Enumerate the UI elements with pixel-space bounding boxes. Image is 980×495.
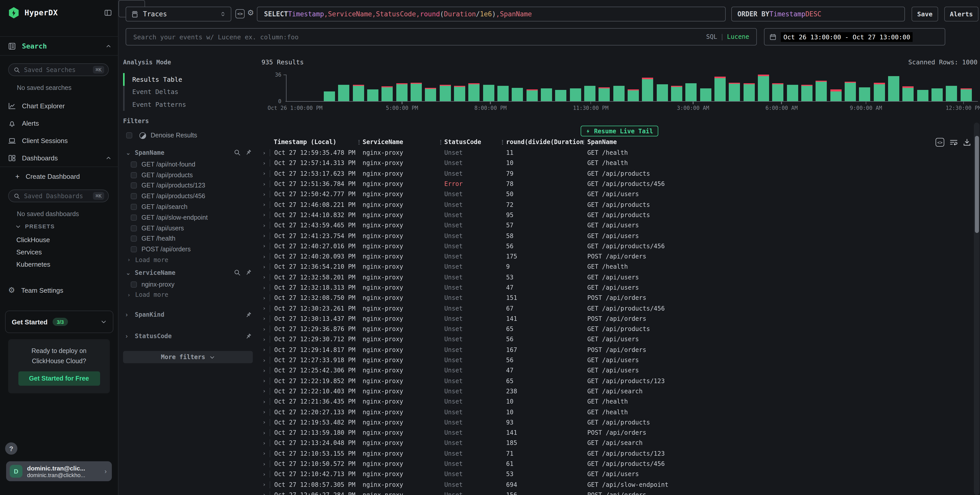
filter-value-row[interactable]: GET /health	[123, 234, 253, 244]
table-row[interactable]: ›Oct 27 12:19:53.482 PMnginx-proxyUnset9…	[261, 417, 965, 428]
load-more-button[interactable]: ›Load more	[123, 290, 253, 300]
sidebar-item-dashboards[interactable]: Dashboards	[0, 150, 118, 166]
row-expand-icon[interactable]: ›	[261, 243, 270, 250]
table-row[interactable]: ›Oct 27 12:21:36.435 PMnginx-proxyUnset1…	[261, 396, 965, 407]
filter-value-row[interactable]: nginx-proxy	[123, 279, 253, 290]
table-row[interactable]: ›Oct 27 12:40:20.093 PMnginx-proxyUnset1…	[261, 251, 965, 262]
analysis-mode-event-patterns[interactable]: Event Patterns	[123, 98, 253, 111]
table-row[interactable]: ›Oct 27 12:51:36.784 PMnginx-proxyError7…	[261, 179, 965, 189]
table-row[interactable]: ›Oct 27 12:10:42.713 PMnginx-proxyUnset5…	[261, 469, 965, 479]
table-row[interactable]: ›Oct 27 12:06:27.284 PMnginx-proxyUnset1…	[261, 490, 965, 495]
row-expand-icon[interactable]: ›	[261, 253, 270, 260]
filter-value-row[interactable]: GET /api/search	[123, 202, 253, 212]
saved-dashboards-input[interactable]: Saved Dashboards ⌘K	[8, 189, 109, 202]
table-row[interactable]: ›Oct 27 12:32:58.201 PMnginx-proxyUnset5…	[261, 272, 965, 282]
row-expand-icon[interactable]: ›	[261, 409, 270, 415]
row-expand-icon[interactable]: ›	[261, 305, 270, 312]
search-icon[interactable]	[234, 149, 240, 156]
gear-icon[interactable]: ⚙	[247, 8, 254, 18]
more-filters-button[interactable]: More filters	[123, 351, 253, 363]
saved-searches-input[interactable]: Saved Searches ⌘K	[8, 63, 109, 76]
filter-group-header-servicename[interactable]: ⌄ServiceName	[123, 266, 253, 279]
table-row[interactable]: ›Oct 27 12:59:35.478 PMnginx-proxyUnset1…	[261, 148, 965, 158]
filter-group-header-spankind[interactable]: ›SpanKind	[123, 308, 253, 322]
row-expand-icon[interactable]: ›	[261, 315, 270, 322]
get-started-accordion[interactable]: Get Started 3/3	[5, 310, 113, 333]
row-expand-icon[interactable]: ›	[261, 326, 270, 332]
table-row[interactable]: ›Oct 27 12:27:33.918 PMnginx-proxyUnset5…	[261, 355, 965, 366]
scrollbar[interactable]	[974, 123, 980, 495]
filter-value-row[interactable]: GET /api/slow-endpoint	[123, 212, 253, 223]
search-icon[interactable]	[234, 269, 240, 276]
column-resize-handle[interactable]	[502, 140, 503, 146]
column-resize-handle[interactable]	[440, 140, 441, 146]
table-row[interactable]: ›Oct 27 12:13:24.048 PMnginx-proxyUnset1…	[261, 438, 965, 449]
filter-value-row[interactable]: GET /api/users	[123, 223, 253, 234]
row-expand-icon[interactable]: ›	[261, 336, 270, 343]
row-expand-icon[interactable]: ›	[261, 201, 270, 208]
table-row[interactable]: ›Oct 27 12:57:14.313 PMnginx-proxyUnset1…	[261, 158, 965, 169]
row-expand-icon[interactable]: ›	[261, 264, 270, 270]
checkbox[interactable]	[131, 282, 137, 288]
column-header[interactable]: Timestamp (Local)	[270, 138, 358, 146]
row-expand-icon[interactable]: ›	[261, 150, 270, 156]
filter-value-row[interactable]: GET /api/products/123	[123, 180, 253, 191]
column-header[interactable]: ServiceName	[358, 138, 440, 146]
row-expand-icon[interactable]: ›	[261, 398, 270, 405]
table-row[interactable]: ›Oct 27 12:20:27.133 PMnginx-proxyUnset1…	[261, 407, 965, 417]
table-row[interactable]: ›Oct 27 12:10:53.155 PMnginx-proxyUnset7…	[261, 448, 965, 459]
checkbox[interactable]	[131, 204, 137, 210]
column-header[interactable]: round(divide(Duration,	[502, 138, 583, 146]
help-button[interactable]: ?	[5, 442, 18, 455]
table-row[interactable]: ›Oct 27 12:36:54.210 PMnginx-proxyUnset9…	[261, 262, 965, 272]
row-expand-icon[interactable]: ›	[261, 347, 270, 353]
row-expand-icon[interactable]: ›	[261, 492, 270, 495]
row-expand-icon[interactable]: ›	[261, 274, 270, 280]
row-expand-icon[interactable]: ›	[261, 388, 270, 395]
preset-kubernetes[interactable]: Kubernetes	[16, 261, 50, 268]
edit-sql-icon[interactable]: <>	[235, 9, 245, 18]
table-row[interactable]: ›Oct 27 12:30:23.261 PMnginx-proxyUnset6…	[261, 303, 965, 314]
checkbox[interactable]	[131, 161, 137, 167]
row-expand-icon[interactable]: ›	[261, 367, 270, 374]
load-more-button[interactable]: ›Load more	[123, 255, 253, 265]
lucene-mode-button[interactable]: Lucene	[727, 33, 749, 40]
source-select[interactable]: Traces	[126, 6, 231, 21]
table-row[interactable]: ›Oct 27 12:22:10.403 PMnginx-proxyUnset2…	[261, 386, 965, 397]
filter-value-row[interactable]: GET /api/not-found	[123, 159, 253, 170]
table-row[interactable]: ›Oct 27 12:30:13.437 PMnginx-proxyUnset1…	[261, 314, 965, 324]
row-expand-icon[interactable]: ›	[261, 170, 270, 177]
filter-value-row[interactable]: GET /api/products	[123, 170, 253, 181]
row-expand-icon[interactable]: ›	[261, 357, 270, 363]
time-range-picker[interactable]: Oct 26 13:00:00 - Oct 27 13:00:00	[764, 28, 945, 45]
denoise-results-toggle[interactable]: Denoise Results	[123, 130, 253, 141]
preset-clickhouse[interactable]: ClickHouse	[16, 236, 50, 244]
scrollbar-thumb[interactable]	[975, 136, 979, 233]
table-row[interactable]: ›Oct 27 12:32:08.750 PMnginx-proxyUnset1…	[261, 293, 965, 303]
table-row[interactable]: ›Oct 27 12:50:42.777 PMnginx-proxyUnset5…	[261, 189, 965, 199]
user-menu[interactable]: D dominic.tran@clic... dominic.tran@clic…	[6, 461, 112, 481]
table-row[interactable]: ›Oct 27 12:53:17.623 PMnginx-proxyUnset7…	[261, 168, 965, 179]
alerts-button[interactable]: Alerts	[944, 6, 978, 21]
row-expand-icon[interactable]: ›	[261, 377, 270, 384]
row-expand-icon[interactable]: ›	[261, 471, 270, 477]
table-row[interactable]: ›Oct 27 12:29:36.876 PMnginx-proxyUnset6…	[261, 324, 965, 334]
create-dashboard-button[interactable]: + Create Dashboard	[0, 169, 118, 184]
row-expand-icon[interactable]: ›	[261, 284, 270, 291]
order-by-input[interactable]: ORDER BY Timestamp DESC	[731, 6, 905, 21]
table-row[interactable]: ›Oct 27 12:29:30.712 PMnginx-proxyUnset5…	[261, 334, 965, 345]
checkbox[interactable]	[131, 193, 137, 199]
get-started-free-button[interactable]: Get Started for Free	[18, 371, 100, 386]
table-row[interactable]: ›Oct 27 12:40:27.016 PMnginx-proxyUnset5…	[261, 241, 965, 251]
presets-header[interactable]: PRESETS	[15, 223, 55, 229]
table-row[interactable]: ›Oct 27 12:08:57.305 PMnginx-proxyUnset6…	[261, 479, 965, 490]
row-expand-icon[interactable]: ›	[261, 419, 270, 426]
column-header[interactable]: StatusCode	[440, 138, 502, 146]
checkbox[interactable]	[131, 225, 137, 231]
row-expand-icon[interactable]: ›	[261, 429, 270, 436]
table-row[interactable]: ›Oct 27 12:25:42.306 PMnginx-proxyUnset4…	[261, 365, 965, 376]
row-expand-icon[interactable]: ›	[261, 440, 270, 446]
row-expand-icon[interactable]: ›	[261, 212, 270, 218]
sidebar-item-team-settings[interactable]: ⚙ Team Settings	[0, 282, 118, 298]
table-row[interactable]: ›Oct 27 12:22:19.852 PMnginx-proxyUnset6…	[261, 376, 965, 386]
